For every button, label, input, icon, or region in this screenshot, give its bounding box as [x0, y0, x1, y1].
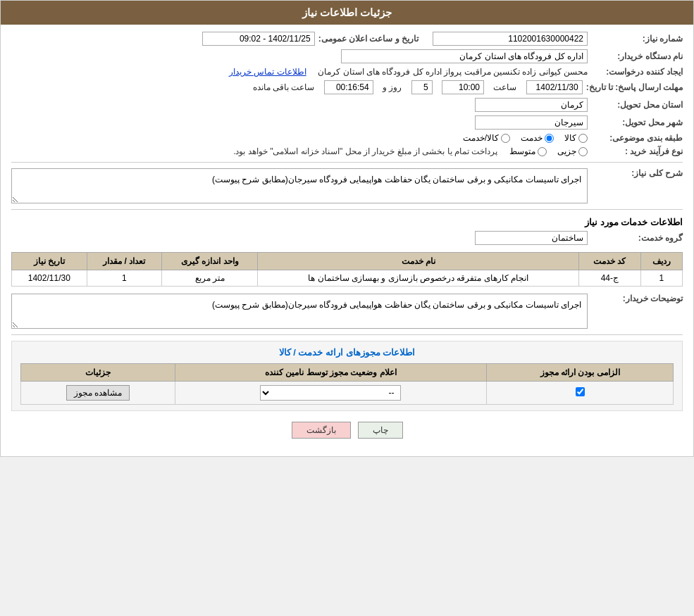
need-number-input [433, 32, 588, 46]
requester-row: ایجاد کننده درخواست: محسن کیوانی زاده تک… [11, 67, 683, 77]
page-title: جزئیات اطلاعات نیاز [302, 6, 392, 18]
col-rownum: ردیف [640, 253, 682, 270]
permits-panel: اطلاعات مجوزهای ارائه خدمت / کالا الزامی… [11, 341, 683, 411]
page-wrapper: جزئیات اطلاعات نیاز شماره نیاز: تاریخ و … [0, 0, 694, 457]
province-row: استان محل تحویل: [11, 98, 683, 112]
category-row: طبقه بندی موضوعی: کالا خدمت کالا/خدمت [11, 133, 683, 143]
deadline-days-input [411, 80, 433, 94]
separator-3 [11, 334, 683, 335]
category-label: طبقه بندی موضوعی: [591, 133, 683, 143]
permit-status-cell: -- [175, 382, 486, 405]
city-row: شهر محل تحویل: [11, 115, 683, 130]
process-jozi: جزیی [557, 146, 588, 156]
buyer-org-input [341, 49, 588, 63]
table-cell-code: ج-44 [579, 270, 641, 287]
process-jozi-label: جزیی [557, 146, 576, 156]
need-number-row: شماره نیاز: تاریخ و ساعت اعلان عمومی: [11, 32, 683, 46]
service-group-row: گروه خدمت: [11, 231, 683, 245]
services-table: ردیف کد خدمت نام خدمت واحد اندازه گیری ت… [11, 252, 683, 287]
process-motavaset: متوسط [509, 146, 547, 156]
table-row: 1ج-44انجام کارهای متفرقه درخصوص بازسازی … [12, 270, 683, 287]
deadline-time-label: ساعت [493, 82, 516, 92]
service-group-input [475, 231, 588, 245]
page-header: جزئیات اطلاعات نیاز [1, 1, 693, 25]
category-radio-group: کالا خدمت کالا/خدمت [463, 133, 588, 143]
view-permit-button[interactable]: مشاهده مجوز [66, 385, 130, 401]
buyer-notes-label: توضیحات خریدار: [591, 294, 683, 303]
process-note: پرداخت تمام یا بخشی از مبلغ خریدار از مح… [233, 146, 497, 156]
category-kala-radio[interactable] [578, 134, 588, 143]
table-cell-name: انجام کارهای متفرقه درخصوص بازسازی و بهس… [258, 270, 579, 287]
permit-required-checkbox[interactable] [576, 387, 585, 396]
province-label: استان محل تحویل: [591, 100, 683, 110]
date-input [202, 32, 315, 46]
description-label: شرح کلی نیاز: [591, 168, 683, 178]
category-kala: کالا [564, 133, 588, 143]
permit-required-cell [487, 382, 674, 405]
deadline-row: مهلت ارسال پاسخ: تا تاریخ: ساعت روز و سا… [11, 80, 683, 94]
process-row: نوع فرآیند خرید : جزیی متوسط پرداخت تمام… [11, 146, 683, 156]
services-title: اطلاعات خدمات مورد نیاز [11, 217, 683, 227]
date-label: تاریخ و ساعت اعلان عمومی: [318, 34, 419, 44]
col-unit: واحد اندازه گیری [162, 253, 258, 270]
col-qty: تعداد / مقدار [87, 253, 161, 270]
process-label: نوع فرآیند خرید : [591, 146, 683, 156]
province-input [475, 98, 588, 112]
permit-col-required: الزامی بودن ارائه مجوز [487, 364, 674, 382]
category-both-radio[interactable] [501, 134, 510, 143]
deadline-label: مهلت ارسال پاسخ: تا تاریخ: [586, 82, 683, 92]
table-cell-date: 1402/11/30 [12, 270, 87, 287]
remaining-time-input [324, 80, 373, 94]
action-buttons: چاپ بازگشت [11, 422, 683, 439]
permits-table: الزامی بودن ارائه مجوز اعلام وضعیت مجوز … [20, 363, 674, 405]
buyer-notes-row: توضیحات خریدار: [11, 294, 683, 329]
category-both-label: کالا/خدمت [463, 133, 499, 143]
table-cell-row_num: 1 [640, 270, 682, 287]
process-radio-group: جزیی متوسط [509, 146, 588, 156]
permit-details-cell: مشاهده مجوز [21, 382, 175, 405]
back-button[interactable]: بازگشت [292, 422, 351, 439]
description-row: شرح کلی نیاز: [11, 168, 683, 203]
category-khedmat-radio[interactable] [545, 134, 554, 143]
service-group-label: گروه خدمت: [591, 233, 683, 243]
process-motavaset-label: متوسط [509, 146, 535, 156]
category-kala-label: کالا [564, 133, 576, 143]
separator-1 [11, 162, 683, 163]
col-date: تاریخ نیاز [12, 253, 87, 270]
buyer-notes-textarea[interactable] [11, 294, 588, 329]
permit-status-select[interactable]: -- [260, 385, 401, 401]
buyer-org-row: نام دستگاه خریدار: [11, 49, 683, 63]
requester-contact-link[interactable]: اطلاعات تماس خریدار [229, 67, 306, 77]
permit-col-status: اعلام وضعیت مجوز توسط نامین کننده [175, 364, 486, 382]
deadline-time-input [442, 80, 484, 94]
separator-2 [11, 209, 683, 210]
need-number-label: شماره نیاز: [591, 34, 683, 44]
permit-col-details: جزئیات [21, 364, 175, 382]
buyer-org-label: نام دستگاه خریدار: [591, 51, 683, 61]
category-khedmat: خدمت [521, 133, 554, 143]
services-table-section: ردیف کد خدمت نام خدمت واحد اندازه گیری ت… [11, 252, 683, 287]
category-kala-khedmat: کالا/خدمت [463, 133, 510, 143]
deadline-days-label: روز و [383, 82, 402, 92]
category-khedmat-label: خدمت [521, 133, 543, 143]
deadline-date-input [526, 80, 583, 94]
remaining-label: ساعت باقی مانده [253, 82, 315, 92]
permits-title: اطلاعات مجوزهای ارائه خدمت / کالا [20, 347, 674, 358]
col-name: نام خدمت [258, 253, 579, 270]
city-label: شهر محل تحویل: [591, 118, 683, 127]
requester-label: ایجاد کننده درخواست: [591, 67, 683, 77]
table-cell-quantity: 1 [87, 270, 161, 287]
print-button[interactable]: چاپ [358, 422, 403, 439]
table-cell-unit: متر مربع [162, 270, 258, 287]
col-code: کد خدمت [579, 253, 641, 270]
requester-name: محسن کیوانی زاده تکنسین مراقبت پرواز ادا… [318, 67, 588, 77]
table-row: --مشاهده مجوز [21, 382, 674, 405]
process-jozi-radio[interactable] [578, 147, 588, 156]
content-area: شماره نیاز: تاریخ و ساعت اعلان عمومی: نا… [1, 25, 693, 456]
description-textarea[interactable] [11, 168, 588, 203]
city-input [475, 115, 588, 130]
process-motavaset-radio[interactable] [538, 147, 547, 156]
